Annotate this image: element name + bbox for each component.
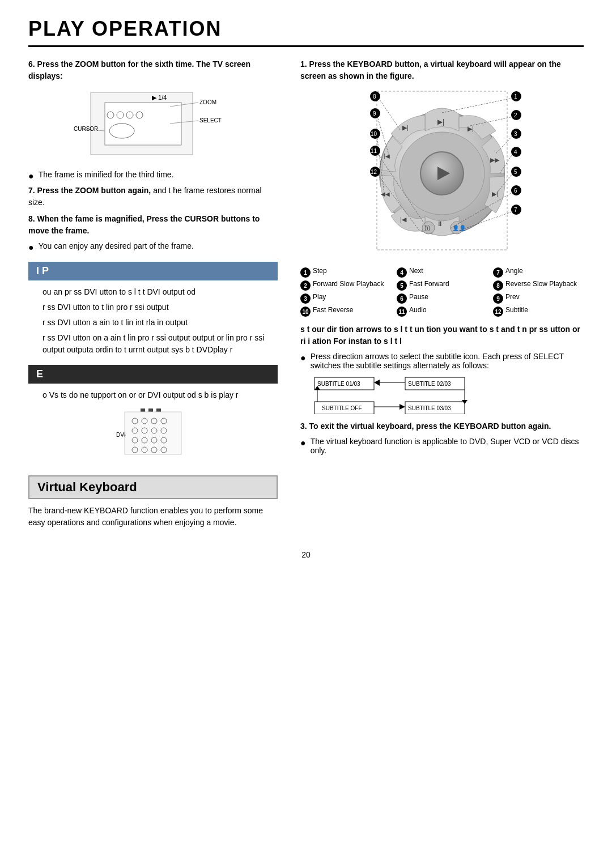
vk-header-label: Virtual Keyboard [37, 480, 137, 494]
right-bullet1: ● Press direction arrows to select the s… [300, 352, 584, 370]
svg-text:◀◀: ◀◀ [381, 191, 390, 197]
svg-text:SUBTITLE 03/03: SUBTITLE 03/03 [408, 405, 451, 411]
svg-text:5: 5 [514, 169, 517, 175]
legend-num-9: 9 [493, 293, 503, 304]
svg-text:7: 7 [514, 207, 517, 213]
page-container: PLAY OPERATION 6. Press the ZOOM button … [0, 0, 612, 868]
virtual-keyboard-section: Virtual Keyboard The brand-new KEYBOARD … [28, 475, 278, 529]
step1-text: 1. Press the KEYBOARD button, a virtual … [300, 58, 584, 82]
section-ip-header: I P [28, 262, 278, 280]
legend-label-1: Step [313, 267, 327, 275]
legend-label-5: Fast Forward [409, 280, 449, 288]
bullet-dot2: ● [28, 242, 34, 253]
bullet1: ● The frame is minified for the third ti… [28, 170, 278, 181]
ip-line2: r ss DVI utton to t lin pro r ssi output [42, 301, 278, 313]
section-ip-label: I P [36, 265, 49, 276]
zoom-diagram: ▶ 1/4 ZOOM SELECT CURSOR [74, 87, 232, 162]
svg-text:SUBTITLE 02/03: SUBTITLE 02/03 [408, 381, 451, 387]
legend-item-2: 2 Forward Slow Playback [300, 280, 391, 291]
svg-text:|◀: |◀ [400, 216, 407, 223]
step8: 8. When the fame is magnified, Press the… [28, 213, 278, 237]
step7: 7. Press the ZOOM button again, and t he… [28, 185, 278, 209]
svg-text:11: 11 [371, 148, 377, 154]
legend-item-4: 4 Next [397, 267, 487, 278]
step7-bold: 7. Press the ZOOM button again, [28, 186, 151, 195]
legend-label-3: Play [313, 293, 326, 301]
svg-text:2: 2 [514, 112, 517, 118]
legend-num-4: 4 [397, 267, 407, 278]
legend-item-11: 11 Audio [397, 306, 487, 317]
vk-text: The brand-new KEYBOARD function enables … [28, 505, 278, 529]
legend-label-10: Fast Reverse [313, 306, 353, 314]
legend-num-8: 8 [493, 280, 503, 291]
legend-num-6: 6 [397, 293, 407, 304]
right-column: 1. Press the KEYBOARD button, a virtual … [295, 58, 584, 533]
step3-bold: 3. To exit the virtual keyboard, press t… [300, 422, 454, 431]
svg-text:▶▶: ▶▶ [490, 156, 500, 163]
right-bullet-dot1: ● [300, 353, 306, 363]
right-bullet-dot2: ● [300, 438, 306, 448]
right-bullet2-text: The virtual keyboard function is applica… [311, 437, 584, 455]
svg-text:9: 9 [373, 110, 376, 117]
legend-item-5: 5 Fast Forward [397, 280, 487, 291]
vk-header: Virtual Keyboard [28, 475, 278, 499]
legend-num-2: 2 [300, 280, 311, 291]
subtitle-flow: SUBTITLE 01/03 SUBTITLE 02/03 SUBTITLE 0… [312, 375, 584, 416]
legend-num-11: 11 [397, 307, 407, 317]
dvi-svg: DVI [113, 406, 193, 462]
svg-text:SUBTITLE OFF: SUBTITLE OFF [322, 405, 362, 411]
svg-text:▶|: ▶| [402, 124, 409, 131]
bullet2-text: You can enjoy any desired part of the fr… [39, 241, 194, 250]
svg-text:▶|: ▶| [437, 118, 444, 126]
step3-rest: button again. [502, 422, 551, 431]
section-e-header: E [28, 365, 278, 384]
right-bullet2: ● The virtual keyboard function is appli… [300, 437, 584, 455]
dvi-diagram: DVI [113, 406, 193, 464]
bullet2: ● You can enjoy any desired part of the … [28, 241, 278, 253]
svg-text:10: 10 [371, 131, 377, 137]
legend-num-10: 10 [300, 307, 311, 317]
svg-text:8: 8 [373, 93, 376, 100]
legend-item-1: 1 Step [300, 267, 391, 278]
svg-rect-14 [141, 409, 145, 412]
svg-line-75 [379, 98, 400, 130]
legend-item-3: 3 Play [300, 293, 391, 304]
svg-text:12: 12 [371, 169, 377, 175]
svg-text:SUBTITLE 01/03: SUBTITLE 01/03 [317, 381, 360, 387]
legend-label-9: Prev [505, 293, 520, 301]
svg-text:4: 4 [514, 149, 517, 155]
step6-text: 6. Press the ZOOM button for the sixth t… [28, 58, 278, 82]
remote-diagram: ▶| ▶| ▶▶ ▶| ⏸ [346, 86, 538, 261]
legend-label-6: Pause [409, 293, 428, 301]
ip-line4: r ss DVI utton on a ain t lin pro r ssi … [42, 332, 278, 356]
svg-text:DVI: DVI [116, 432, 126, 438]
svg-marker-100 [400, 404, 405, 410]
right-bullet1-text: Press direction arrows to select the sub… [311, 352, 584, 370]
legend-item-9: 9 Prev [493, 293, 584, 304]
section-e-label: E [36, 368, 43, 380]
legend-num-1: 1 [300, 267, 311, 278]
svg-text:▶|: ▶| [492, 190, 498, 197]
legend-item-7: 7 Angle [493, 267, 584, 278]
e-line1: o Vs ts do ne tupport on or or DVI outpu… [42, 389, 278, 401]
ip-line1: ou an pr ss DVI utton to s l t t DVI out… [42, 286, 278, 298]
svg-text:⏸: ⏸ [436, 220, 443, 228]
svg-text:6: 6 [514, 188, 517, 194]
ip-line3: r ss DVI utton a ain to t lin int rla in… [42, 317, 278, 329]
legend-label-12: Subtitle [505, 306, 528, 314]
subtitle-svg: SUBTITLE 01/03 SUBTITLE 02/03 SUBTITLE 0… [312, 375, 470, 414]
legend-item-12: 12 Subtitle [493, 306, 584, 317]
legend-item-6: 6 Pause [397, 293, 487, 304]
svg-marker-92 [374, 380, 380, 386]
legend-num-12: 12 [493, 307, 503, 317]
page-title: PLAY OPERATION [28, 17, 584, 47]
step3-keyword: KEYBOARD [454, 422, 499, 431]
remote-legend: 1 Step 4 Next 7 Angle 2 Forward Slow Pla… [300, 267, 584, 317]
svg-text:CURSOR: CURSOR [74, 126, 98, 132]
step3-text: 3. To exit the virtual keyboard, press t… [300, 420, 584, 432]
legend-num-7: 7 [493, 267, 503, 278]
legend-num-3: 3 [300, 293, 311, 304]
two-column-layout: 6. Press the ZOOM button for the sixth t… [28, 58, 584, 533]
legend-label-8: Reverse Slow Playback [505, 280, 577, 288]
svg-text:▶ 1/4: ▶ 1/4 [152, 94, 167, 101]
